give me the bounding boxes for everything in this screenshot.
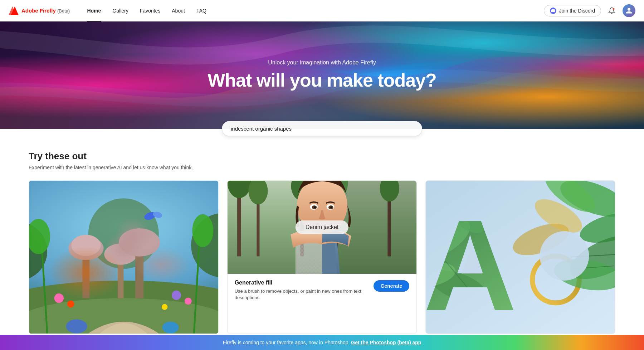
svg-point-22 — [192, 214, 213, 247]
generative-fill-prompt-overlay[interactable]: Denim jacket — [296, 220, 348, 234]
logo[interactable]: Adobe Firefly (Beta) — [9, 6, 70, 15]
svg-point-9 — [71, 235, 101, 256]
svg-point-15 — [67, 301, 74, 308]
card2-desc: Use a brush to remove objects, or paint … — [235, 288, 369, 301]
nav-home[interactable]: Home — [81, 0, 107, 21]
svg-point-8 — [68, 237, 103, 260]
section-title: Try these out — [29, 151, 615, 162]
svg-point-49 — [314, 206, 316, 208]
brand-name: Adobe Firefly (Beta) — [21, 8, 70, 14]
hero-subtitle: Unlock your imagination with Adobe Firef… — [268, 59, 376, 66]
svg-point-2 — [29, 281, 218, 334]
hero-banner: Unlock your imagination with Adobe Firef… — [0, 21, 644, 129]
card-text-effects: A ◯ — [425, 180, 615, 334]
card2-text: Generative fill Use a brush to remove ob… — [235, 279, 369, 301]
svg-point-0 — [613, 8, 615, 10]
card3-info: Text effects Apply styles or textures to… — [426, 334, 615, 334]
svg-line-21 — [194, 234, 200, 334]
bottom-banner-text: Firefly is coming to your favorite apps,… — [223, 340, 350, 345]
discord-button[interactable]: Join the Discord — [544, 5, 601, 16]
search-bar — [222, 121, 422, 136]
svg-point-11 — [104, 244, 137, 265]
card-text-to-image: Text to image Generate images from a det… — [29, 180, 219, 334]
header: Adobe Firefly (Beta) Home Gallery Favori… — [0, 0, 644, 21]
svg-rect-12 — [135, 245, 143, 298]
svg-point-14 — [54, 293, 64, 303]
card3-image: A ◯ — [426, 181, 615, 334]
svg-point-50 — [330, 206, 332, 208]
svg-point-13 — [119, 228, 160, 257]
nav-about[interactable]: About — [166, 0, 191, 21]
card2-info: Generative fill Use a brush to remove ob… — [228, 274, 417, 307]
svg-point-17 — [185, 298, 192, 305]
svg-rect-10 — [118, 257, 123, 298]
header-right: Join the Discord — [544, 4, 635, 17]
svg-point-4 — [29, 222, 47, 281]
svg-point-18 — [162, 304, 167, 310]
card2-image: Denim jacket — [228, 181, 417, 274]
photoshop-beta-link[interactable]: Get the Photoshop (beta) app — [351, 340, 421, 345]
nav-favorites[interactable]: Favorites — [134, 0, 166, 21]
hero-title: What will you make today? — [208, 70, 436, 91]
nav-gallery[interactable]: Gallery — [107, 0, 134, 21]
svg-point-5 — [191, 213, 218, 277]
card1-info: Text to image Generate images from a det… — [29, 334, 218, 334]
main-nav: Home Gallery Favorites About FAQ — [81, 0, 543, 21]
svg-point-3 — [29, 298, 218, 333]
card-generative-fill: Denim jacket Generative fill Use a brush… — [227, 180, 417, 334]
svg-rect-7 — [82, 251, 89, 298]
bottom-banner: Firefly is coming to your favorite apps,… — [0, 335, 644, 348]
section-description: Experiment with the latest in generative… — [29, 165, 615, 170]
svg-line-19 — [42, 239, 47, 334]
svg-point-23 — [143, 211, 157, 222]
card2-title: Generative fill — [235, 279, 369, 286]
card2-generate-button[interactable]: Generate — [374, 280, 410, 292]
adobe-logo-icon — [9, 6, 19, 15]
avatar-button[interactable] — [623, 4, 635, 17]
svg-point-72 — [540, 231, 589, 281]
search-input[interactable] — [231, 126, 413, 132]
svg-rect-1 — [29, 181, 218, 334]
svg-point-25 — [66, 319, 87, 333]
svg-point-16 — [172, 291, 181, 300]
discord-label: Join the Discord — [559, 8, 595, 14]
card1-image — [29, 181, 218, 334]
svg-point-24 — [152, 211, 163, 219]
cards-grid: Text to image Generate images from a det… — [29, 180, 615, 334]
main-content: Try these out Experiment with the latest… — [0, 144, 644, 348]
svg-point-26 — [162, 322, 179, 334]
nav-faq[interactable]: FAQ — [191, 0, 212, 21]
search-section — [0, 121, 644, 136]
svg-point-20 — [29, 219, 50, 254]
hero-content: Unlock your imagination with Adobe Firef… — [0, 21, 644, 129]
notifications-button[interactable] — [605, 4, 618, 17]
discord-icon — [550, 8, 556, 14]
svg-point-6 — [88, 198, 159, 269]
